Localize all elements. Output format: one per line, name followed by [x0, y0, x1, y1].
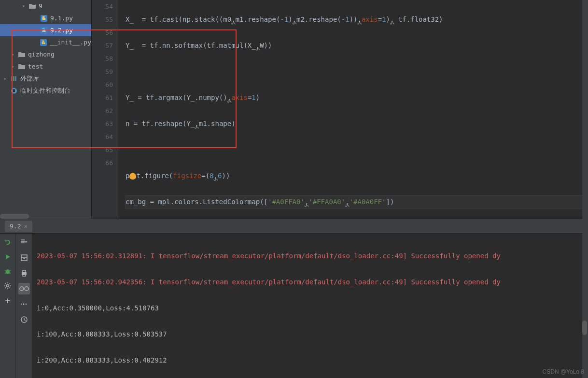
chevron-right-icon: ▸ [4, 76, 10, 81]
run-tab[interactable]: 9.2 × [5, 221, 32, 232]
tree-label: 9.1.py [50, 14, 73, 22]
tree-folder-qizhong[interactable]: ▸ qizhong [0, 48, 91, 60]
library-icon [10, 75, 18, 82]
tree-label: qizhong [28, 51, 55, 58]
svg-line-10 [9, 270, 11, 271]
folder-icon [28, 3, 37, 9]
watermark: CSDN @YoLo 8 [543, 368, 584, 375]
intention-bulb-icon[interactable] [129, 173, 136, 180]
editor-scrollbar[interactable] [582, 0, 588, 219]
svg-point-13 [7, 285, 9, 287]
svg-line-12 [9, 273, 11, 273]
tree-folder-test[interactable]: ▸ test [0, 60, 91, 72]
project-sidebar: ▾ 9 9.1.py 9.2.py __init__.py [0, 0, 92, 219]
svg-rect-7 [13, 89, 15, 92]
chevron-right-icon: ▸ [12, 64, 17, 69]
code-line-61[interactable]: cm_bg = mpl.colors.ListedColormap(['#A0F… [126, 196, 588, 209]
console-line: i:100,Acc:0.808333,Loss:0.503537 [37, 328, 583, 341]
svg-rect-5 [15, 76, 16, 81]
console-line: 2023-05-07 15:56:02.312891: I tensorflow… [37, 250, 583, 263]
run-tab-bar: 9.2 × [0, 219, 588, 234]
console-line: i:200,Acc:0.883333,Loss:0.402912 [37, 354, 583, 367]
close-icon[interactable]: × [24, 223, 28, 230]
tree-scratches[interactable]: 临时文件和控制台 [0, 84, 91, 97]
tree-label: 9.2.py [50, 27, 73, 34]
chevron-right-icon: ▸ [12, 52, 17, 57]
run-panel: 9.2 × + [0, 219, 588, 378]
code-line-59[interactable] [126, 143, 588, 156]
rerun-button[interactable] [3, 238, 13, 247]
svg-rect-17 [23, 270, 26, 272]
folder-icon [17, 64, 26, 70]
svg-rect-3 [11, 76, 13, 81]
tree-folder-9[interactable]: ▾ 9 [0, 0, 91, 12]
line-gutter: 54555657585960616263646566 [92, 0, 118, 219]
debug-button[interactable] [3, 266, 13, 276]
run-output-toolbar [15, 234, 32, 378]
code-editor[interactable]: 54555657585960616263646566 X_ = tf.cast(… [92, 0, 588, 219]
settings-button[interactable] [3, 281, 13, 291]
svg-point-8 [6, 269, 10, 274]
svg-point-20 [25, 287, 28, 291]
run-tab-label: 9.2 [10, 223, 21, 230]
folder-icon [17, 52, 26, 57]
soft-wrap-button[interactable] [18, 283, 30, 294]
add-button[interactable]: + [3, 295, 13, 305]
chevron-down-icon: ▾ [22, 3, 28, 9]
code-line-58[interactable]: n = tf.reshape(Y_,m1.shape) [126, 117, 588, 130]
code-line-60[interactable]: pt.figure(figsize=(8,6)) [126, 169, 588, 182]
step-button[interactable] [18, 298, 30, 310]
python-file-icon [40, 39, 48, 46]
tree-label: test [28, 63, 43, 70]
run-button[interactable] [3, 252, 13, 262]
scratch-icon [10, 87, 18, 94]
history-button[interactable] [18, 314, 30, 325]
tree-label: 临时文件和控制台 [20, 86, 70, 95]
svg-point-19 [20, 287, 24, 291]
svg-rect-18 [23, 274, 26, 276]
svg-line-11 [5, 273, 6, 273]
tree-label: __init__.py [50, 39, 91, 46]
code-line-57[interactable]: Y_ = tf.argmax(Y_.numpy(),axis=1) [126, 91, 588, 104]
sidebar-scrollbar[interactable] [0, 214, 29, 219]
console-line: i:0,Acc:0.350000,Loss:4.510763 [37, 302, 583, 315]
svg-rect-4 [13, 76, 14, 81]
console-scrollbar[interactable] [582, 321, 587, 335]
console-line: 2023-05-07 15:56:02.942356: I tensorflow… [37, 276, 583, 289]
run-left-toolbar: + [0, 234, 15, 378]
code-line-56[interactable] [126, 65, 588, 78]
code-line-54[interactable]: X_ = tf.cast(np.stack((m0,m1.reshape(-1)… [126, 13, 588, 26]
tree-label: 9 [39, 2, 42, 10]
print-button[interactable] [18, 267, 30, 279]
tree-label: 外部库 [20, 74, 39, 83]
svg-line-9 [5, 270, 6, 271]
tree-file-91[interactable]: 9.1.py [0, 12, 91, 24]
python-file-icon [40, 14, 48, 22]
layout-button[interactable] [18, 252, 30, 264]
svg-rect-14 [21, 255, 27, 261]
scroll-to-end-button[interactable] [18, 237, 30, 248]
python-file-icon [40, 27, 48, 34]
tree-external-libs[interactable]: ▸ 外部库 [0, 72, 91, 84]
tree-file-init[interactable]: __init__.py [0, 36, 91, 48]
code-area[interactable]: X_ = tf.cast(np.stack((m0,m1.reshape(-1)… [118, 0, 588, 219]
tree-file-92[interactable]: 9.2.py [0, 24, 91, 36]
console-output[interactable]: 2023-05-07 15:56:02.312891: I tensorflow… [32, 234, 588, 378]
code-line-55[interactable]: Y_ = tf.nn.softmax(tf.matmul(X_,W)) [126, 39, 588, 52]
